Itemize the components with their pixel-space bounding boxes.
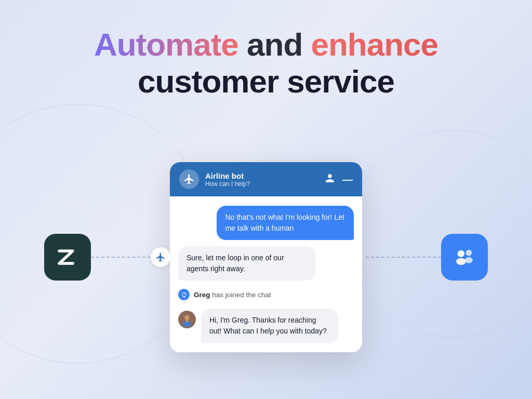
svg-point-7	[465, 257, 473, 263]
airplane-icon	[155, 252, 166, 262]
title-line1: Automate and enhance	[94, 26, 438, 63]
user-icon[interactable]	[325, 173, 335, 186]
header-text: Airline bot How can I help?	[205, 171, 250, 188]
header-actions: —	[325, 173, 353, 186]
svg-point-6	[466, 250, 472, 256]
chat-header: Airline bot How can I help? —	[170, 162, 362, 196]
chat-body: No that's not what I'm looking for! Let …	[170, 196, 362, 352]
system-join-text: Greg has joined the chat	[194, 291, 271, 299]
agent-avatar	[178, 311, 196, 328]
zendesk-logo-svg	[54, 244, 81, 271]
people-icon-svg	[451, 244, 477, 270]
people-icon	[441, 234, 488, 281]
header-bot-subtitle: How can I help?	[205, 180, 250, 188]
svg-rect-3	[186, 321, 189, 322]
system-icon	[178, 289, 190, 300]
page-container: Automate and enhance customer service	[0, 0, 532, 399]
header-airplane-icon	[183, 174, 195, 185]
airplane-circle	[151, 247, 170, 267]
agent-avatar-svg	[180, 312, 194, 327]
system-join-rest: has joined the chat	[210, 291, 271, 299]
title-line2: customer service	[94, 63, 438, 100]
title-and: and	[238, 26, 311, 62]
message-bot: Sure, let me loop in one of our agents r…	[178, 246, 315, 281]
message-agent: Hi, I'm Greg. Thanks for reaching out! W…	[201, 309, 338, 343]
middle-section: Airline bot How can I help? —	[0, 116, 532, 399]
message-agent-row: Hi, I'm Greg. Thanks for reaching out! W…	[178, 309, 354, 343]
svg-point-4	[458, 250, 464, 257]
dashed-line-right	[366, 257, 441, 258]
chat-header-left: Airline bot How can I help?	[179, 169, 250, 189]
system-join-name: Greg	[194, 291, 210, 299]
message-user: No that's not what I'm looking for! Let …	[217, 206, 354, 240]
chat-widget: Airline bot How can I help? —	[170, 162, 362, 352]
title-automate: Automate	[94, 26, 238, 62]
zendesk-icon	[44, 234, 91, 281]
header-bot-name: Airline bot	[205, 171, 250, 180]
message-system-join: Greg has joined the chat	[178, 287, 354, 302]
minimize-icon[interactable]: —	[342, 174, 353, 184]
title-enhance: enhance	[311, 26, 438, 62]
svg-point-5	[456, 258, 466, 265]
svg-point-1	[184, 315, 190, 321]
header-avatar	[179, 169, 199, 189]
loop-icon	[181, 291, 188, 298]
hero-title: Automate and enhance customer service	[94, 26, 438, 100]
